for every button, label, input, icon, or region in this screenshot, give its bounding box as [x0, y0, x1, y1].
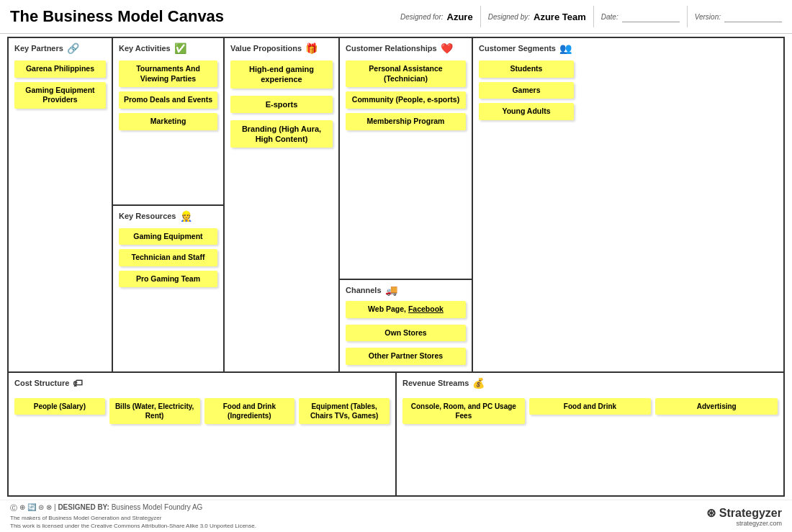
designed-for-label: Designed for: — [400, 13, 443, 21]
customer-relationships-subsection: Customer Relationships ❤️ Personal Assis… — [340, 38, 472, 280]
strategyzer-logo: ⊛ Strategyzer — [706, 506, 782, 520]
channels-sticky-3: Other Partner Stores — [346, 348, 466, 365]
footer-subtitle: The makers of Business Model Generation … — [10, 515, 256, 521]
cc-sa-icon: 🔄 — [27, 503, 36, 513]
footer-left: Ⓒ ⊕ 🔄 ⊜ ⊗ | DESIGNED BY: Business Model … — [10, 503, 256, 529]
key-resources-icon: 👷 — [180, 210, 192, 222]
page: The Business Model Canvas Designed for: … — [0, 0, 792, 532]
channels-subsection: Channels 🚚 Web Page, Facebook Own Stores… — [340, 280, 472, 371]
footer-license: This work is licensed under the Creative… — [10, 523, 256, 529]
key-resources-sticky-1: Gaming Equipment — [119, 228, 217, 245]
cc-icon: Ⓒ — [10, 503, 17, 513]
footer: Ⓒ ⊕ 🔄 ⊜ ⊗ | DESIGNED BY: Business Model … — [0, 500, 792, 532]
strategyzer-name: Strategyzer — [719, 507, 782, 519]
key-partners-label: Key Partners — [14, 44, 63, 53]
cc-nd-icon: ⊜ — [38, 503, 44, 513]
cc-by-icon: ⊕ — [19, 503, 25, 513]
channels-label: Channels — [346, 286, 382, 294]
designed-for-field: Designed for: Azure — [400, 12, 473, 22]
key-activities-icon: ✅ — [174, 42, 186, 54]
customer-rel-sticky-3: Membership Program — [346, 113, 466, 130]
date-field: Date: — [601, 12, 680, 22]
header: The Business Model Canvas Designed for: … — [0, 0, 792, 34]
designed-by-value: Azure Team — [534, 12, 586, 22]
cost-structure-icon: 🏷 — [73, 377, 83, 389]
cost-sticky-1: People (Salary) — [14, 398, 105, 415]
cc-nc-icon: ⊗ — [46, 503, 52, 513]
cost-structure-section: Cost Structure 🏷 People (Salary) Bills (… — [9, 373, 397, 495]
key-partners-section: Key Partners 🔗 Garena Philippines Gaming… — [9, 38, 113, 371]
key-resources-title: Key Resources 👷 — [119, 210, 217, 222]
revenue-streams-icon: 💰 — [472, 377, 485, 389]
revenue-sticky-1: Console, Room, and PC Usage Fees — [402, 398, 525, 424]
designed-by-label: Designed by: — [488, 13, 530, 21]
customer-rel-sticky-1: Personal Assistance (Technician) — [346, 60, 466, 87]
revenue-sticky-3: Advertising — [655, 398, 778, 415]
revenue-streams-label: Revenue Streams — [402, 379, 469, 387]
cost-sticky-4: Equipment (Tables, Chairs TVs, Games) — [299, 398, 390, 424]
version-field: Version: — [695, 12, 782, 22]
key-partners-sticky-1: Garena Philippines — [14, 60, 106, 78]
value-props-title: Value Propositions 🎁 — [230, 42, 333, 54]
header-separator-2 — [593, 6, 594, 27]
header-separator-3 — [687, 6, 688, 27]
value-props-sticky-1: High-end gaming experience — [230, 60, 333, 89]
revenue-streams-title: Revenue Streams 💰 — [402, 377, 778, 389]
footer-designed-by: | DESIGNED BY: Business Model Foundry AG — [54, 503, 202, 513]
channels-sticky-2: Own Stores — [346, 325, 466, 342]
customer-relationships-label: Customer Relationships — [346, 44, 437, 53]
key-resources-subsection: Key Resources 👷 Gaming Equipment Technic… — [113, 206, 223, 372]
cost-structure-title: Cost Structure 🏷 — [14, 377, 390, 389]
date-label: Date: — [601, 13, 618, 21]
cost-sticky-3: Food and Drink (Ingredients) — [204, 398, 295, 424]
vp-stickies: High-end gaming experience E-sports Bran… — [230, 58, 333, 150]
channels-stickies: Web Page, Facebook Own Stores Other Part… — [346, 299, 466, 367]
version-label: Version: — [695, 13, 721, 21]
value-props-label: Value Propositions — [230, 44, 302, 53]
customer-seg-sticky-2: Gamers — [479, 82, 574, 99]
key-partners-sticky-2: Gaming Equipment Providers — [14, 82, 106, 109]
customer-segments-label: Customer Segments — [479, 44, 556, 53]
strategyzer-icon: ⊛ — [706, 507, 719, 519]
date-input[interactable] — [622, 12, 680, 22]
customer-segments-title: Customer Segments 👥 — [479, 42, 574, 54]
canvas-top: Key Partners 🔗 Garena Philippines Gaming… — [9, 38, 783, 373]
value-props-icon: 🎁 — [305, 42, 318, 54]
cost-sticky-2: Bills (Water, Electricity, Rent) — [109, 398, 200, 424]
version-input[interactable] — [724, 12, 782, 22]
value-props-sticky-2: E-sports — [230, 96, 333, 113]
customer-segments-section: Customer Segments 👥 Students Gamers Youn… — [473, 38, 580, 371]
designed-for-value: Azure — [447, 12, 473, 22]
channels-title: Channels 🚚 — [346, 284, 466, 296]
footer-right: ⊛ Strategyzer strategyzer.com — [706, 506, 782, 527]
key-resources-sticky-2: Technician and Staff — [119, 249, 217, 266]
header-fields: Designed for: Azure Designed by: Azure T… — [246, 6, 782, 27]
revenue-stickies: Console, Room, and PC Usage Fees Food an… — [402, 393, 778, 491]
customer-rel-sticky-2: Community (People, e-sports) — [346, 91, 466, 109]
revenue-sticky-2: Food and Drink — [529, 398, 652, 415]
key-partners-icon: 🔗 — [67, 42, 79, 54]
value-props-section: Value Propositions 🎁 High-end gaming exp… — [225, 38, 340, 371]
cost-stickies: People (Salary) Bills (Water, Electricit… — [14, 393, 390, 491]
key-activities-subsection: Key Activities ✅ Tournaments And Viewing… — [113, 38, 223, 206]
cost-structure-label: Cost Structure — [14, 379, 69, 387]
revenue-streams-section: Revenue Streams 💰 Console, Room, and PC … — [397, 373, 783, 495]
key-activities-sticky-3: Marketing — [119, 113, 217, 130]
canvas-bottom: Cost Structure 🏷 People (Salary) Bills (… — [9, 373, 783, 495]
value-props-sticky-3: Branding (High Aura, High Content) — [230, 120, 333, 148]
canvas-area: Key Partners 🔗 Garena Philippines Gaming… — [7, 37, 785, 497]
designed-by-field: Designed by: Azure Team — [488, 12, 586, 22]
channels-sticky-1: Web Page, Facebook — [346, 301, 466, 318]
footer-license-icons: Ⓒ ⊕ 🔄 ⊜ ⊗ | DESIGNED BY: Business Model … — [10, 503, 256, 513]
customer-segments-icon: 👥 — [559, 42, 572, 54]
key-activities-title: Key Activities ✅ — [119, 42, 217, 54]
key-activities-sticky-2: Promo Deals and Events — [119, 91, 217, 109]
header-separator-1 — [480, 6, 481, 27]
key-activities-resources-section: Key Activities ✅ Tournaments And Viewing… — [113, 38, 225, 371]
customer-relationships-title: Customer Relationships ❤️ — [346, 42, 466, 54]
strategyzer-url: strategyzer.com — [736, 520, 782, 527]
channels-sticky-1-pre: Web Page, — [368, 305, 408, 313]
customer-relationships-icon: ❤️ — [441, 42, 453, 54]
customer-rel-section: Customer Relationships ❤️ Personal Assis… — [340, 38, 473, 371]
page-title: The Business Model Canvas — [10, 7, 224, 26]
